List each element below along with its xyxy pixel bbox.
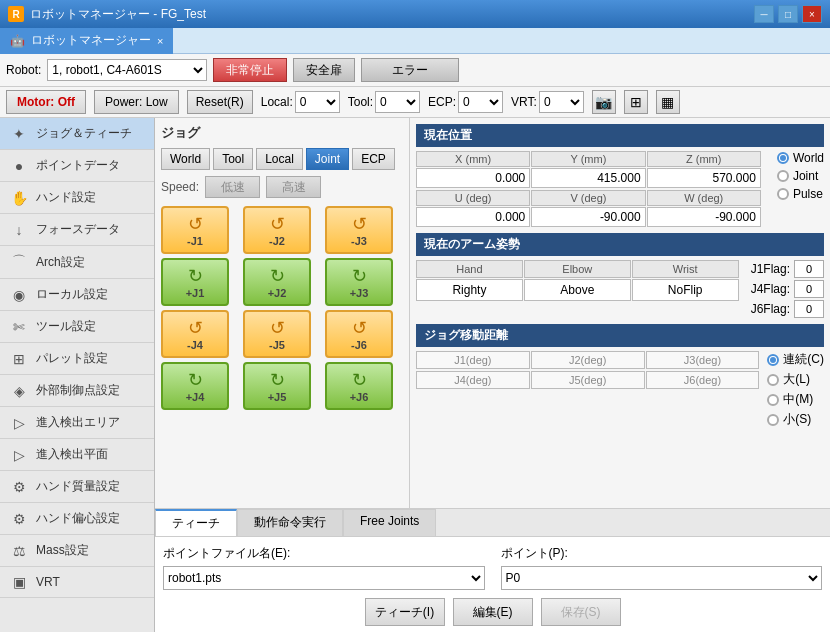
jog-section: ジョグ World Tool Local Joint ECP Speed: 低速… xyxy=(155,118,830,508)
jog-btn-plus-j1[interactable]: ↻ +J1 xyxy=(161,258,229,306)
reset-button[interactable]: Reset(R) xyxy=(187,90,253,114)
robot-select[interactable]: 1, robot1, C4-A601S xyxy=(47,59,207,81)
close-button[interactable]: × xyxy=(802,5,822,23)
jog-dist-j1: J1(deg) xyxy=(416,351,530,369)
sidebar-item-entry-plane[interactable]: ▷ 進入検出平面 xyxy=(0,439,154,471)
j6-flag-value[interactable] xyxy=(794,300,824,318)
jog-btn-minus-j1[interactable]: ↺ -J1 xyxy=(161,206,229,254)
jog-dist-radio-continuous[interactable]: 連続(C) xyxy=(767,351,824,368)
main-content: ✦ ジョグ＆ティーチ ● ポイントデータ ✋ ハンド設定 ↓ フォースデータ ⌒… xyxy=(0,118,830,632)
sidebar-item-local[interactable]: ◉ ローカル設定 xyxy=(0,279,154,311)
tab-close-icon[interactable]: × xyxy=(157,35,163,47)
mode-ecp-btn[interactable]: ECP xyxy=(352,148,395,170)
tool-group: Tool: 0 xyxy=(348,91,420,113)
jog-plus-j4-label: +J4 xyxy=(186,391,205,403)
title-bar: R ロボットマネージャー - FG_Test ─ □ × xyxy=(0,0,830,28)
grid-icon[interactable]: ⊞ xyxy=(624,90,648,114)
tab-robot-manager[interactable]: 🤖 ロボットマネージャー × xyxy=(0,28,173,54)
mode-tool-btn[interactable]: Tool xyxy=(213,148,253,170)
speed-decrease-btn[interactable]: 低速 xyxy=(205,176,260,198)
save-button[interactable]: 保存(S) xyxy=(541,598,621,626)
ecp-select[interactable]: 0 xyxy=(458,91,503,113)
sidebar-item-tool[interactable]: ✄ ツール設定 xyxy=(0,311,154,343)
power-low-button[interactable]: Power: Low xyxy=(94,90,179,114)
jog-dist-continuous-label: 連続(C) xyxy=(783,351,824,368)
motor-off-button[interactable]: Motor: Off xyxy=(6,90,86,114)
jog-btn-plus-j2[interactable]: ↻ +J2 xyxy=(243,258,311,306)
tab-teach[interactable]: ティーチ xyxy=(155,509,237,536)
error-button[interactable]: エラー xyxy=(361,58,459,82)
jog-dist-and-radio: J1(deg) J2(deg) J3(deg) J4(deg) J5(deg) … xyxy=(416,351,824,428)
second-toolbar: Motor: Off Power: Low Reset(R) Local: 0 … xyxy=(0,87,830,118)
bottom-tabs: ティーチ 動作命令実行 Free Joints xyxy=(155,509,830,537)
sidebar-item-external-ctrl[interactable]: ◈ 外部制御点設定 xyxy=(0,375,154,407)
jog-minus-j3-icon: ↺ xyxy=(352,213,367,235)
radio-world[interactable]: World xyxy=(777,151,824,165)
jog-dist-j3: J3(deg) xyxy=(646,351,760,369)
flags-section: J1Flag: J4Flag: J6Flag: xyxy=(751,260,824,318)
sidebar-item-arch[interactable]: ⌒ Arch設定 xyxy=(0,246,154,279)
jog-btn-minus-j4[interactable]: ↺ -J4 xyxy=(161,310,229,358)
tab-robot-manager-icon: 🤖 xyxy=(10,34,25,48)
robot-label: Robot: xyxy=(6,63,41,77)
safedoor-button[interactable]: 安全扉 xyxy=(293,58,355,82)
jog-dist-j6: J6(deg) xyxy=(646,371,760,389)
estop-button[interactable]: 非常停止 xyxy=(213,58,287,82)
speed-row: Speed: 低速 高速 xyxy=(161,176,403,198)
tab-motion-cmd[interactable]: 動作命令実行 xyxy=(237,509,343,536)
display-icon[interactable]: ▦ xyxy=(656,90,680,114)
sidebar-item-point-data[interactable]: ● ポイントデータ xyxy=(0,150,154,182)
teach-button[interactable]: ティーチ(I) xyxy=(365,598,445,626)
jog-btn-minus-j5[interactable]: ↺ -J5 xyxy=(243,310,311,358)
tool-select[interactable]: 0 xyxy=(375,91,420,113)
vrt-select[interactable]: 0 xyxy=(539,91,584,113)
jog-dist-radio-medium[interactable]: 中(M) xyxy=(767,391,824,408)
sidebar-item-hand-offset[interactable]: ⚙ ハンド偏心設定 xyxy=(0,503,154,535)
jog-dist-j2: J2(deg) xyxy=(531,351,645,369)
jog-plus-j2-icon: ↻ xyxy=(270,265,285,287)
tab-free-joints[interactable]: Free Joints xyxy=(343,509,436,536)
jog-btn-plus-j5[interactable]: ↻ +J5 xyxy=(243,362,311,410)
j1-flag-value[interactable] xyxy=(794,260,824,278)
speed-increase-btn[interactable]: 高速 xyxy=(266,176,321,198)
jog-btn-plus-j3[interactable]: ↻ +J3 xyxy=(325,258,393,306)
file-select[interactable]: robot1.pts xyxy=(163,566,485,590)
radio-joint[interactable]: Joint xyxy=(777,169,824,183)
maximize-button[interactable]: □ xyxy=(778,5,798,23)
sidebar-item-force-data[interactable]: ↓ フォースデータ xyxy=(0,214,154,246)
sidebar-item-mass[interactable]: ⚖ Mass設定 xyxy=(0,535,154,567)
sidebar-item-pallet[interactable]: ⊞ パレット設定 xyxy=(0,343,154,375)
sidebar-item-hand-setting[interactable]: ✋ ハンド設定 xyxy=(0,182,154,214)
point-select[interactable]: P0 xyxy=(501,566,823,590)
jog-btn-plus-j4[interactable]: ↻ +J4 xyxy=(161,362,229,410)
sidebar-item-vrt-label: VRT xyxy=(36,575,60,589)
edit-button[interactable]: 編集(E) xyxy=(453,598,533,626)
jog-btn-minus-j2[interactable]: ↺ -J2 xyxy=(243,206,311,254)
mode-joint-btn[interactable]: Joint xyxy=(306,148,349,170)
jog-dist-large-label: 大(L) xyxy=(783,371,810,388)
jog-btn-plus-j6[interactable]: ↻ +J6 xyxy=(325,362,393,410)
j4-flag-value[interactable] xyxy=(794,280,824,298)
mode-local-btn[interactable]: Local xyxy=(256,148,303,170)
minimize-button[interactable]: ─ xyxy=(754,5,774,23)
jog-dist-radio-small[interactable]: 小(S) xyxy=(767,411,824,428)
jog-dist-radio-large[interactable]: 大(L) xyxy=(767,371,824,388)
sidebar-item-hand-mass[interactable]: ⚙ ハンド質量設定 xyxy=(0,471,154,503)
j4-flag-label: J4Flag: xyxy=(751,282,790,296)
jog-btn-minus-j6[interactable]: ↺ -J6 xyxy=(325,310,393,358)
sidebar-item-jog-teach[interactable]: ✦ ジョグ＆ティーチ xyxy=(0,118,154,150)
sidebar-item-arch-label: Arch設定 xyxy=(36,254,85,271)
sidebar-item-entry-area[interactable]: ▷ 進入検出エリア xyxy=(0,407,154,439)
sidebar-item-vrt[interactable]: ▣ VRT xyxy=(0,567,154,598)
mode-world-btn[interactable]: World xyxy=(161,148,210,170)
jog-title: ジョグ xyxy=(161,124,403,142)
local-select[interactable]: 0 xyxy=(295,91,340,113)
current-pos-title: 現在位置 xyxy=(416,124,824,147)
camera-icon[interactable]: 📷 xyxy=(592,90,616,114)
radio-pulse[interactable]: Pulse xyxy=(777,187,824,201)
j6-flag-row: J6Flag: xyxy=(751,300,824,318)
jog-btn-minus-j3[interactable]: ↺ -J3 xyxy=(325,206,393,254)
arm-grid-wrap: Hand Elbow Wrist Righty Above NoFlip xyxy=(416,260,739,301)
hand-offset-icon: ⚙ xyxy=(10,511,28,527)
pos-header-v: V (deg) xyxy=(531,190,645,206)
